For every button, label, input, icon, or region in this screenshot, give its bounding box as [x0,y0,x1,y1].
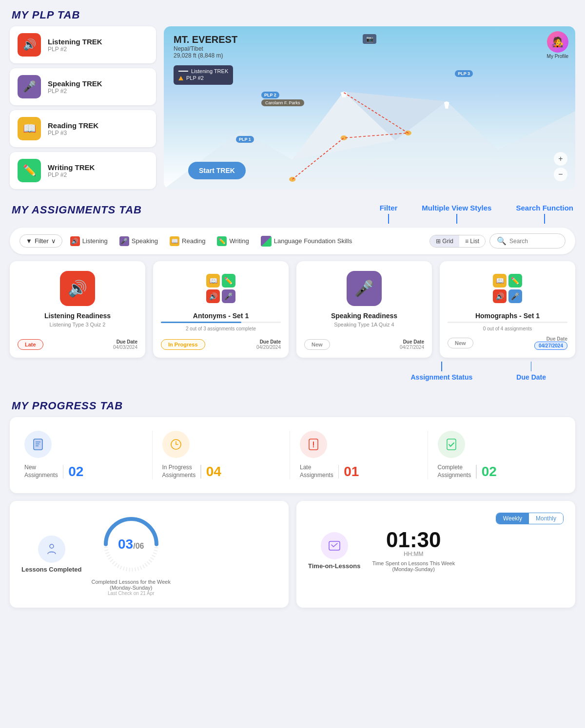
stat-label-complete: CompleteAssignments [438,464,471,479]
progress-content: NewAssignments 02 In ProgressAssignments… [0,417,585,608]
donut-wrap: 03/06 Completed Lessons for the Week(Mon… [92,513,171,596]
monthly-toggle-button[interactable]: Monthly [529,513,563,524]
lessons-last-check: Last Check on 21 Apr [108,591,155,596]
header-annotations: Filter Multiple View Styles Search Funct… [380,204,573,224]
plp-item-sub-writing: PLP #2 [48,172,95,178]
status-badge-in-progress[interactable]: In Progress [161,339,205,350]
avatar: 🧑‍🎤 [547,31,568,53]
progress-bar-antonyms [161,322,281,323]
progress-lower: Lessons Completed 03/06 [10,501,575,608]
plp-item-reading[interactable]: 📖 Reading TREK PLP #3 [10,110,156,147]
card-title-homographs: Homographs - Set 1 [475,312,540,320]
card-title-listening: Listening Readiness [44,312,111,320]
speaking-tab-label: Speaking [132,237,158,245]
stat-icon-late [300,431,327,458]
filter-tab-speaking[interactable]: 🎤 Speaking [116,234,162,248]
card-subtitle-listening: Listening Type 3 Quiz 2 [50,322,106,327]
stat-row-late: LateAssignments 01 [300,464,423,479]
status-badge-new-speaking[interactable]: New [304,339,330,350]
stat-row-in-progress: In ProgressAssignments 04 [162,464,285,479]
stat-value-in-progress: 04 [206,464,221,479]
mini-icon-h-speaking: 🎤 [508,289,522,303]
progress-text-antonyms: 2 out of 3 assignments complete [186,326,256,331]
due-date-label-speaking: Due Date [400,339,424,345]
progress-stats: NewAssignments 02 In ProgressAssignments… [10,417,575,493]
plp-item-icon-reading: 📖 [18,117,41,140]
list-view-button[interactable]: ≡ List [459,235,485,247]
card-icon-homographs: 📖 ✏️ 🔊 🎤 [490,271,525,306]
search-box: 🔍 [489,233,566,249]
reading-tab-label: Reading [182,237,205,245]
filter-tab-language[interactable]: Language Foundation Skills [257,234,356,249]
stat-icon-complete [438,431,465,458]
stat-row-complete: CompleteAssignments 02 [438,464,561,479]
profile-widget[interactable]: 🧑‍🎤 My Profile [547,31,568,59]
lessons-label: Lessons Completed [21,566,82,573]
plp-item-listening[interactable]: 🔊 Listening TREK PLP #2 [10,26,156,63]
card-icon-antonyms: 📖 ✏️ 🔊 🎤 [203,271,238,306]
filter-tab-writing[interactable]: ✏️ Writing [213,234,253,248]
zoom-in-button[interactable]: + [554,152,567,166]
plp-item-name-listening: Listening TREK [48,38,102,46]
due-date-listening: Due Date 04/03/2024 [113,339,137,350]
search-annotation: Search Function [516,204,573,224]
filter-icon: ▼ [26,237,32,245]
language-tab-icon [261,236,272,247]
writing-tab-label: Writing [229,237,249,245]
mini-icon-speaking: 🎤 [222,289,235,303]
mini-icon-listening: 🔊 [206,289,220,303]
assignments-section: My Assignments Tab Filter Multiple View … [0,199,585,391]
mini-icon-h-writing: ✏️ [508,274,522,287]
assignment-status-annotation: Assignment Status [411,362,473,381]
status-badge-late[interactable]: Late [18,339,43,350]
assignments-title: My Assignments Tab [12,204,142,216]
status-badge-new-homographs[interactable]: New [448,338,473,348]
start-trek-button[interactable]: Start TREK [188,162,246,179]
plp-item-writing[interactable]: ✏️ Writing TREK PLP #2 [10,152,156,189]
writing-tab-icon: ✏️ [217,236,227,246]
filter-tab-listening[interactable]: 🔊 Listening [66,234,112,248]
card-icon-listening: 🔊 [60,271,95,306]
progress-section: My Progress Tab NewAssignments 02 In [0,391,585,622]
due-date-antonyms: Due Date 04/20/2024 [256,339,281,350]
time-unit: HH:MM [372,551,455,557]
plp-label-2: PLP 2 [261,92,279,98]
weekly-toggle-button[interactable]: Weekly [496,513,529,524]
filter-tab-reading[interactable]: 📖 Reading [166,234,209,248]
lessons-subtitle: Completed Lessons for the Week(Monday-Su… [92,579,171,591]
donut-inner: 03/06 [118,536,144,552]
plp-item-name-reading: Reading TREK [48,121,98,130]
grid-view-button[interactable]: ⊞ Grid [430,235,459,247]
plp-item-sub-listening: PLP #2 [48,46,102,53]
card-title-antonyms: Antonyms - Set 1 [193,312,249,320]
plp-item-speaking[interactable]: 🎤 Speaking TREK PLP #2 [10,68,156,105]
lessons-icon-wrap: Lessons Completed [21,536,82,573]
filter-button[interactable]: ▼ Filter ∨ [20,234,62,248]
assignment-card-speaking-readiness: 🎤 Speaking Readiness Speaking Type 1A Qu… [296,261,432,358]
user-label: Carolann F. Parks [261,99,304,106]
progress-bar-homographs [448,322,567,323]
plp-label-3: PLP 3 [455,70,473,77]
card-footer-homographs: New Due Date 04/27/2024 [448,336,567,350]
time-on-lessons-card: Weekly Monthly Time-on-Lessons 01:30 HH:… [296,501,575,608]
due-date-annotation: Due Date [516,362,546,381]
search-input[interactable] [509,238,558,245]
svg-point-17 [313,446,314,447]
plp-item-icon-listening: 🔊 [18,33,41,57]
filter-annotation: Filter [380,204,398,224]
plp-section: My PLP Tab 🔊 Listening TREK PLP #2 🎤 Spe… [0,0,585,199]
stat-complete: CompleteAssignments 02 [433,431,566,479]
plp-title: My PLP Tab [0,0,585,26]
time-value: 01:30 [372,529,455,551]
reading-tab-icon: 📖 [170,236,179,246]
zoom-out-button[interactable]: − [554,168,567,181]
plp-item-sub-reading: PLP #3 [48,130,98,136]
plp-item-icon-writing: ✏️ [18,159,41,182]
time-card-inner: Time-on-Lessons 01:30 HH:MM Time Spent o… [308,529,564,572]
assignment-card-homographs: 📖 ✏️ 🔊 🎤 Homographs - Set 1 0 out of 4 a… [440,261,575,358]
bottom-annotations: Assignment Status Due Date [10,358,575,381]
stat-icon-in-progress [162,431,190,458]
stat-value-new: 02 [68,464,83,479]
stat-icon-new [24,431,52,458]
stat-row-new: NewAssignments 02 [24,464,147,479]
